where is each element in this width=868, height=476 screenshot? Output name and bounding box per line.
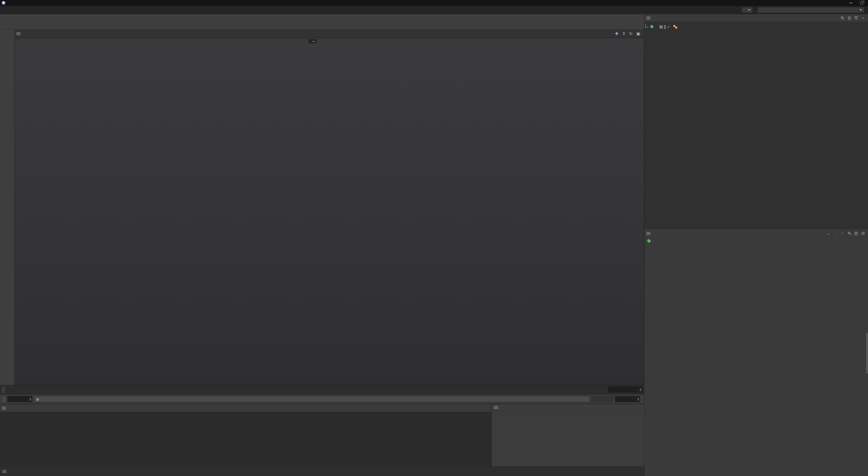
attribute-manager-menubar: ← → ↑ bbox=[645, 229, 868, 237]
layout-dropdown[interactable] bbox=[757, 7, 864, 13]
panel-menu-icon[interactable] bbox=[17, 32, 21, 35]
titlebar bbox=[0, 0, 868, 6]
home-icon[interactable] bbox=[847, 16, 851, 20]
range-start-spinner[interactable] bbox=[7, 396, 32, 402]
cinema4d-window: ✚ ⇕ ↻ ▣ bbox=[0, 0, 868, 476]
timeline-ruler[interactable] bbox=[16, 385, 606, 394]
maximize-icon[interactable]: ▣ bbox=[636, 31, 640, 36]
search-icon[interactable] bbox=[847, 231, 851, 236]
viewport-canvas[interactable] bbox=[14, 38, 644, 385]
node-space-dropdown[interactable] bbox=[741, 7, 753, 13]
attribute-manager-icons: ← → ↑ bbox=[827, 231, 866, 236]
left-mode-toolbar bbox=[0, 30, 14, 385]
cinema4d-logo-icon bbox=[2, 1, 6, 5]
panel-menu-icon[interactable] bbox=[646, 232, 650, 235]
layer-toggle[interactable] bbox=[659, 25, 663, 29]
lock-icon[interactable] bbox=[854, 231, 859, 236]
window-controls bbox=[849, 2, 866, 4]
search-icon[interactable] bbox=[840, 16, 845, 20]
back-icon[interactable]: ← bbox=[827, 231, 831, 236]
up-icon[interactable]: ↑ bbox=[840, 231, 845, 236]
coordinates-headers bbox=[494, 406, 642, 409]
restore-icon[interactable] bbox=[860, 2, 863, 4]
camera-label[interactable] bbox=[308, 39, 317, 43]
main-toolbar bbox=[0, 14, 644, 30]
forester-tree-render bbox=[15, 38, 644, 385]
minimize-icon[interactable] bbox=[849, 3, 852, 3]
object-manager-icons: ＋ bbox=[840, 16, 866, 20]
add-icon[interactable]: ＋ bbox=[861, 16, 865, 20]
right-panel: ＋ ✓ ← → ↑ bbox=[644, 14, 868, 476]
object-tree-area[interactable]: ✓ bbox=[645, 22, 868, 229]
spinner-arrows-icon[interactable] bbox=[636, 396, 640, 402]
range-handle-icon[interactable]: ▮▮ bbox=[36, 398, 38, 401]
target-icon[interactable] bbox=[861, 231, 865, 236]
preview-range-slider[interactable]: ▮▮ bbox=[34, 396, 590, 402]
statusbar bbox=[0, 467, 644, 476]
panel-menu-icon[interactable] bbox=[494, 406, 498, 409]
panel-menu-icon[interactable] bbox=[646, 17, 650, 19]
view-label[interactable] bbox=[17, 39, 21, 40]
tree-object-icon bbox=[649, 25, 654, 29]
spinner-arrows-icon[interactable] bbox=[28, 396, 32, 402]
parameters-area bbox=[645, 279, 868, 476]
current-frame-spinner[interactable] bbox=[608, 387, 642, 392]
scrollbar[interactable] bbox=[866, 332, 868, 374]
object-tags-icon[interactable] bbox=[673, 25, 678, 29]
filter-icon[interactable] bbox=[854, 16, 859, 20]
tree-object-icon bbox=[646, 239, 651, 244]
orbit-icon[interactable]: ↻ bbox=[629, 31, 632, 36]
pan-icon[interactable]: ✚ bbox=[615, 31, 619, 36]
viewport-nav-icons: ✚ ⇕ ↻ ▣ bbox=[615, 31, 642, 36]
viewport-panel: ✚ ⇕ ↻ ▣ bbox=[14, 30, 644, 385]
object-row[interactable]: ✓ bbox=[645, 24, 868, 30]
panel-menu-icon[interactable] bbox=[2, 470, 6, 473]
timeline bbox=[0, 385, 644, 394]
main-menubar bbox=[0, 6, 868, 14]
axis-orientation-icon bbox=[19, 351, 51, 378]
row-grip[interactable] bbox=[2, 396, 5, 402]
spinner-arrows-icon[interactable] bbox=[639, 387, 642, 392]
zoom-icon[interactable]: ⇕ bbox=[622, 31, 626, 36]
nodespace-area bbox=[739, 7, 866, 13]
timeline-grip[interactable] bbox=[2, 387, 5, 393]
range-end-label bbox=[591, 396, 613, 402]
viewport-menubar: ✚ ⇕ ↻ ▣ bbox=[14, 30, 644, 38]
materials-menubar bbox=[0, 404, 491, 412]
camera-dots-icon bbox=[312, 39, 315, 43]
object-manager-menubar: ＋ bbox=[645, 14, 868, 22]
range-end-spinner[interactable] bbox=[615, 396, 640, 402]
forward-icon[interactable]: → bbox=[833, 231, 838, 236]
coordinates-panel bbox=[492, 404, 644, 467]
enabled-check-icon[interactable]: ✓ bbox=[667, 25, 670, 29]
grid-interval-label bbox=[638, 382, 642, 383]
divider bbox=[701, 22, 701, 229]
hierarchy-elbow-icon bbox=[645, 24, 648, 28]
panel-menu-icon[interactable] bbox=[2, 407, 6, 410]
materials-manager bbox=[0, 404, 491, 467]
chevron-down-icon bbox=[748, 9, 750, 11]
chevron-down-icon bbox=[860, 9, 862, 11]
animation-transport-row: ▮▮ bbox=[0, 394, 644, 404]
attribute-object-row bbox=[645, 237, 868, 245]
visibility-dots[interactable] bbox=[664, 25, 665, 29]
